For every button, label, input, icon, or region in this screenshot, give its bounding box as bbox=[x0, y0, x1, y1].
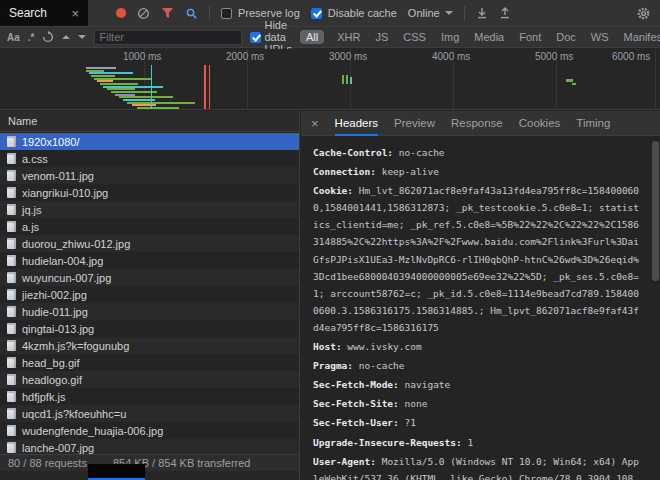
toolbar-divider bbox=[464, 6, 465, 21]
table-row[interactable]: a.js bbox=[0, 218, 299, 235]
request-name: lanche-007.jpg bbox=[22, 442, 94, 454]
column-header-name[interactable]: Name bbox=[0, 111, 299, 132]
file-icon bbox=[7, 391, 16, 402]
disable-cache-label: Disable cache bbox=[328, 7, 397, 19]
file-icon bbox=[7, 374, 16, 385]
throttling-select[interactable]: Online bbox=[408, 7, 453, 19]
filter-pill-manifest[interactable]: Manifest bbox=[622, 30, 660, 44]
file-icon bbox=[7, 306, 16, 317]
waterfall-bar bbox=[86, 67, 116, 69]
filter-pill-xhr[interactable]: XHR bbox=[335, 30, 362, 44]
table-row[interactable]: a.css bbox=[0, 150, 299, 167]
table-row[interactable]: uqcd1.js?kfoeuhhc=u bbox=[0, 405, 299, 422]
header-name: User-Agent: bbox=[313, 456, 376, 467]
file-icon bbox=[7, 272, 16, 283]
waterfall-bar bbox=[132, 104, 156, 106]
table-row[interactable]: wuyuncun-007.jpg bbox=[0, 269, 299, 286]
request-name: jiezhi-002.jpg bbox=[22, 289, 87, 301]
request-header-entry: Sec-Fetch-Mode: navigate bbox=[313, 376, 642, 393]
table-row[interactable]: hudie-011.jpg bbox=[0, 303, 299, 320]
header-name: Connection: bbox=[313, 166, 376, 177]
table-row[interactable]: lanche-007.jpg bbox=[0, 439, 299, 454]
hide-data-urls-checkbox[interactable] bbox=[250, 32, 261, 43]
network-overview[interactable]: 1000 ms2000 ms3000 ms4000 ms5000 ms6000 … bbox=[0, 49, 660, 110]
regex-button[interactable]: .* bbox=[28, 32, 35, 43]
chevron-up-icon[interactable] bbox=[62, 35, 70, 39]
request-name: 4kzmh.js?k=fogunubg bbox=[22, 340, 129, 352]
record-icon[interactable] bbox=[116, 8, 126, 18]
export-har-icon[interactable] bbox=[499, 7, 511, 19]
waterfall-bar bbox=[97, 80, 113, 82]
table-row[interactable]: qingtai-013.jpg bbox=[0, 320, 299, 337]
request-name: hudie-011.jpg bbox=[22, 306, 88, 318]
waterfall-bar bbox=[572, 83, 576, 85]
throttling-value: Online bbox=[408, 7, 440, 19]
request-name: a.css bbox=[22, 153, 48, 165]
table-row[interactable]: jiezhi-002.jpg bbox=[0, 286, 299, 303]
table-row[interactable]: duorou_zhiwu-012.jpg bbox=[0, 235, 299, 252]
table-row[interactable]: xiangrikui-010.jpg bbox=[0, 184, 299, 201]
details-panel: × HeadersPreviewResponseCookiesTiming Ca… bbox=[301, 111, 660, 480]
file-icon bbox=[7, 204, 16, 215]
filter-funnel-icon[interactable] bbox=[161, 7, 174, 19]
file-icon bbox=[7, 425, 16, 436]
timeline-tick-label: 2000 ms bbox=[226, 51, 264, 62]
chevron-down-icon[interactable] bbox=[78, 35, 86, 39]
table-row[interactable]: wudengfende_huajia-006.jpg bbox=[0, 422, 299, 439]
devtools-network-panel: Search × Preserve log Disable cache Onli… bbox=[0, 0, 660, 480]
request-header-entry: User-Agent: Mozilla/5.0 (Windows NT 10.0… bbox=[313, 453, 642, 480]
table-row[interactable]: hdfjpfk.js bbox=[0, 388, 299, 405]
requests-count: 80 / 88 requests bbox=[8, 457, 87, 469]
file-icon bbox=[7, 323, 16, 334]
match-case-button[interactable]: Aa bbox=[7, 32, 20, 43]
preserve-log-checkbox[interactable] bbox=[221, 8, 232, 19]
tab-headers[interactable]: Headers bbox=[335, 111, 378, 136]
headers-content[interactable]: Cache-Control: no-cacheConnection: keep-… bbox=[301, 137, 660, 480]
requests-panel: Name 1920x1080/a.cssvenom-011.jpgxiangri… bbox=[0, 111, 300, 480]
waterfall-bar bbox=[116, 109, 202, 110]
table-row[interactable]: hudielan-004.jpg bbox=[0, 252, 299, 269]
clear-icon[interactable] bbox=[137, 7, 150, 20]
close-details-icon[interactable]: × bbox=[311, 116, 319, 131]
request-name: qingtai-013.jpg bbox=[22, 323, 94, 335]
file-icon bbox=[7, 340, 16, 351]
filter-input[interactable] bbox=[94, 30, 242, 45]
filter-pill-js[interactable]: JS bbox=[373, 30, 390, 44]
header-value: Hm_lvt_862071acf8e9faf43a13fd4ea795ff8c=… bbox=[313, 185, 639, 333]
filter-pill-doc[interactable]: Doc bbox=[554, 30, 578, 44]
bottom-strip bbox=[0, 471, 299, 480]
disable-cache-checkbox[interactable] bbox=[311, 8, 322, 19]
filter-pill-all[interactable]: All bbox=[300, 30, 324, 44]
gear-icon[interactable] bbox=[636, 6, 651, 21]
table-row[interactable]: 1920x1080/ bbox=[0, 133, 299, 150]
table-row[interactable]: 4kzmh.js?k=fogunubg bbox=[0, 337, 299, 354]
tab-cookies[interactable]: Cookies bbox=[519, 111, 561, 136]
table-row[interactable]: headlogo.gif bbox=[0, 371, 299, 388]
scrollbar-thumb[interactable] bbox=[652, 141, 659, 281]
chevron-down-icon bbox=[445, 11, 453, 15]
request-name: headlogo.gif bbox=[22, 374, 82, 386]
search-drawer-tab[interactable]: Search × bbox=[0, 0, 88, 26]
close-icon[interactable]: × bbox=[71, 7, 79, 20]
summary-bar: 80 / 88 requests 854 KB / 854 KB transfe… bbox=[0, 454, 299, 471]
refresh-icon[interactable] bbox=[42, 31, 54, 43]
filter-pill-css[interactable]: CSS bbox=[401, 30, 428, 44]
waterfall-bar bbox=[209, 65, 210, 110]
timeline-tick-label: 3000 ms bbox=[329, 51, 367, 62]
table-row[interactable]: venom-011.jpg bbox=[0, 167, 299, 184]
table-row[interactable]: head_bg.gif bbox=[0, 354, 299, 371]
filter-pill-font[interactable]: Font bbox=[517, 30, 543, 44]
request-name: a.js bbox=[22, 221, 39, 233]
tab-preview[interactable]: Preview bbox=[394, 111, 435, 136]
table-row[interactable]: jq.js bbox=[0, 201, 299, 218]
filter-pill-media[interactable]: Media bbox=[472, 30, 506, 44]
request-header-entry: Pragma: no-cache bbox=[313, 357, 642, 374]
import-har-icon[interactable] bbox=[476, 7, 488, 19]
preserve-log-label: Preserve log bbox=[238, 7, 300, 19]
details-tab-bar: × HeadersPreviewResponseCookiesTiming bbox=[301, 111, 660, 136]
tab-response[interactable]: Response bbox=[451, 111, 503, 136]
tab-timing[interactable]: Timing bbox=[576, 111, 610, 136]
filter-pill-ws[interactable]: WS bbox=[589, 30, 611, 44]
search-icon[interactable] bbox=[185, 7, 198, 20]
filter-pill-img[interactable]: Img bbox=[439, 30, 461, 44]
